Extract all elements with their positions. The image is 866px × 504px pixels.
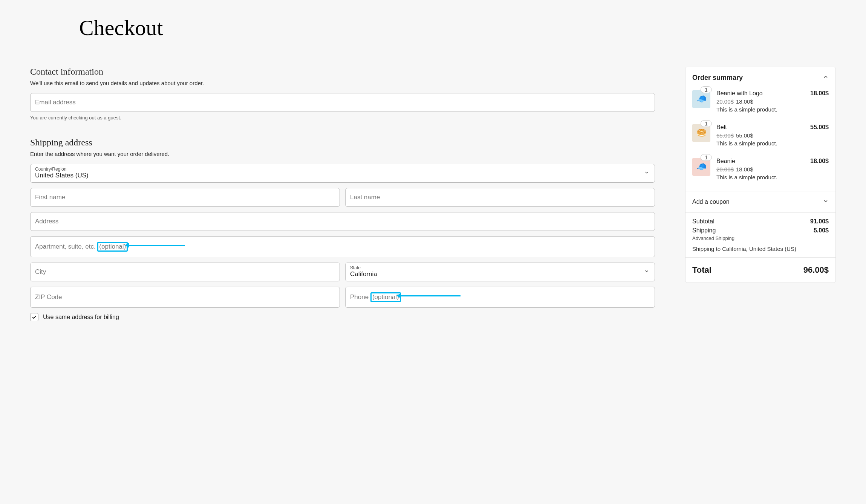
email-field[interactable] [30, 93, 655, 112]
state-value: California [350, 270, 377, 278]
same-billing-label: Use same address for billing [43, 314, 119, 321]
apartment-field[interactable]: Apartment, suite, etc. (optional) [30, 236, 655, 257]
current-price: 55.00$ [736, 132, 753, 139]
order-summary-heading: Order summary [692, 74, 743, 82]
line-price: 18.00$ [810, 158, 829, 165]
product-desc: This is a simple product. [716, 106, 829, 113]
address-field[interactable] [30, 212, 655, 231]
order-summary-toggle[interactable]: Order summary [685, 67, 835, 86]
shipping-to: Shipping to California, United States (U… [692, 246, 829, 252]
contact-desc: We'll use this email to send you details… [30, 80, 655, 86]
total-label: Total [692, 265, 711, 275]
product-name: Beanie [716, 158, 735, 165]
order-item: 🥯1Belt55.00$65.00$55.00$This is a simple… [692, 119, 829, 153]
state-select[interactable]: State California [345, 263, 655, 281]
phone-placeholder-main: Phone [350, 293, 370, 301]
order-item: 🧢1Beanie18.00$20.00$18.00$This is a simp… [692, 153, 829, 187]
line-price: 55.00$ [810, 124, 829, 131]
optional-highlight: (optional) [97, 242, 128, 252]
product-emoji-icon: 🧢 [696, 162, 707, 172]
product-desc: This is a simple product. [716, 174, 829, 180]
shipping-label: Shipping [692, 227, 716, 234]
old-price: 20.00$ [716, 98, 734, 105]
quantity-badge: 1 [701, 86, 712, 93]
state-label: State [350, 265, 650, 270]
same-billing-checkbox[interactable] [30, 313, 38, 321]
old-price: 65.00$ [716, 132, 734, 139]
shipping-method: Advanced Shipping [692, 235, 829, 241]
subtotal-label: Subtotal [692, 218, 715, 225]
quantity-badge: 1 [701, 154, 712, 161]
line-price: 18.00$ [810, 90, 829, 97]
total-value: 96.00$ [803, 265, 829, 275]
first-name-field[interactable] [30, 188, 340, 207]
country-label: Country/Region [35, 166, 650, 172]
subtotal-value: 91.00$ [810, 218, 829, 225]
country-select[interactable]: Country/Region United States (US) [30, 164, 655, 183]
coupon-toggle[interactable]: Add a coupon [685, 191, 835, 212]
chevron-down-icon [823, 198, 829, 206]
shipping-desc: Enter the address where you want your or… [30, 151, 655, 157]
shipping-value: 5.00$ [814, 227, 829, 234]
current-price: 18.00$ [736, 98, 753, 105]
contact-section: Contact information We'll use this email… [30, 67, 655, 121]
shipping-section: Shipping address Enter the address where… [30, 137, 655, 321]
current-price: 18.00$ [736, 166, 753, 173]
product-emoji-icon: 🧢 [696, 94, 707, 104]
coupon-label: Add a coupon [692, 199, 730, 205]
product-thumbnail: 🧢1 [692, 158, 710, 176]
chevron-up-icon [823, 74, 829, 82]
city-field[interactable] [30, 263, 340, 281]
product-emoji-icon: 🥯 [696, 128, 707, 138]
annotation-arrow-icon [129, 245, 185, 246]
chevron-down-icon [644, 269, 649, 275]
chevron-down-icon [644, 170, 649, 177]
guest-note: You are currently checking out as a gues… [30, 115, 655, 121]
zip-field[interactable] [30, 287, 340, 308]
last-name-field[interactable] [345, 188, 655, 207]
page-title: Checkout [79, 15, 836, 40]
phone-field[interactable]: Phone (optional) [345, 287, 655, 308]
old-price: 20.00$ [716, 166, 734, 173]
annotation-arrow-icon [400, 295, 461, 296]
product-name: Belt [716, 124, 727, 131]
product-desc: This is a simple product. [716, 140, 829, 147]
country-value: United States (US) [35, 172, 89, 179]
contact-heading: Contact information [30, 67, 655, 77]
product-thumbnail: 🧢1 [692, 90, 710, 108]
order-summary-panel: Order summary 🧢1Beanie with Logo18.00$20… [685, 67, 836, 283]
order-item: 🧢1Beanie with Logo18.00$20.00$18.00$This… [692, 86, 829, 119]
product-name: Beanie with Logo [716, 90, 763, 97]
product-thumbnail: 🥯1 [692, 124, 710, 142]
shipping-heading: Shipping address [30, 137, 655, 148]
apartment-placeholder-main: Apartment, suite, etc. [35, 243, 97, 250]
quantity-badge: 1 [701, 120, 712, 127]
